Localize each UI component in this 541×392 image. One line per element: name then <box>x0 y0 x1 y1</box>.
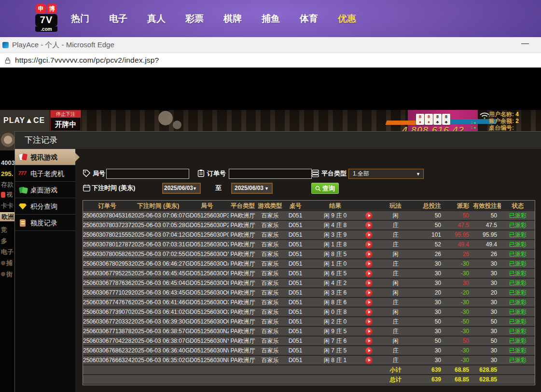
table-cell: 49.4 <box>445 241 473 248</box>
sidebar-item-视讯游戏[interactable]: 视讯游戏 <box>15 149 75 165</box>
table-cell: -50 <box>445 318 473 325</box>
table-cell <box>363 280 375 287</box>
table-cell: 已派彩 <box>501 356 535 365</box>
nav-item-体育[interactable]: 体育 <box>300 13 318 25</box>
browser-urlbar[interactable]: https://gci.7vvvvvv.com/pc/pcv2/index.js… <box>0 53 541 69</box>
table-cell: 30 <box>416 347 445 354</box>
table-cell: 50 <box>473 212 501 219</box>
nav-item-真人[interactable]: 真人 <box>147 13 166 25</box>
logo-badge-shen: 申 <box>36 4 46 14</box>
total-row: 总计63968.85628.85 <box>83 375 535 385</box>
browser-titlebar: PlayAce - 个人 - Microsoft Edge — <box>0 37 541 53</box>
table-cell: 已派彩 <box>501 318 535 326</box>
modal-sidebar: 视讯游戏777电子老虎机桌面游戏积分查询额度记录 <box>15 149 75 392</box>
play-video-button[interactable] <box>365 241 373 248</box>
nav-item-热门[interactable]: 热门 <box>71 13 89 25</box>
sidebar-item-label: 额度记录 <box>30 215 57 231</box>
play-video-button[interactable] <box>365 338 373 345</box>
playing-card: 8♣ <box>433 114 442 125</box>
play-video-button[interactable] <box>365 328 373 335</box>
table-cell: 50 <box>416 212 445 219</box>
table-cell: 30 <box>473 328 501 335</box>
search-button[interactable]: 查询 <box>311 183 339 194</box>
play-video-button[interactable] <box>365 309 373 316</box>
table-cell: 百家乐 <box>257 308 283 316</box>
table-cell: 30 <box>473 299 501 306</box>
table-cell: 26 <box>445 251 473 257</box>
table-cell: 闲 <box>375 212 416 220</box>
round-input[interactable] <box>106 169 189 179</box>
play-video-button[interactable] <box>365 251 373 258</box>
playing-card: 8♦ <box>416 114 424 125</box>
table-cell: 2025-06-03 06:41:46 <box>131 299 185 306</box>
lobby-strip-item: 存款 <box>1 180 14 189</box>
table-cell: 250603078045316 <box>83 212 131 219</box>
play-video-button[interactable] <box>365 212 373 219</box>
bet-record-row: 2506030780453162025-06-03 07:06:07GD0512… <box>83 211 535 221</box>
chevron-down-icon: ▼ <box>264 184 269 193</box>
date-from-picker[interactable]: 2025/06/03 ▼ <box>162 183 201 194</box>
nav-item-电子[interactable]: 电子 <box>109 13 127 25</box>
table-cell: 总计 <box>375 376 416 384</box>
site-logo[interactable]: 申 博 7V .com <box>35 4 57 33</box>
sidebar-item-积分查询[interactable]: 积分查询 <box>15 198 75 215</box>
table-cell: 47.5 <box>473 222 501 229</box>
sidebar-item-电子老虎机[interactable]: 777电子老虎机 <box>15 165 75 182</box>
table-cell: 闲 7 庄 5 <box>307 347 363 355</box>
sidebar-item-额度记录[interactable]: 额度记录 <box>15 215 75 231</box>
play-video-button[interactable] <box>365 280 373 287</box>
order-input[interactable] <box>229 169 312 179</box>
table-cell: 2025-06-03 06:45:45 <box>131 270 185 277</box>
table-cell: 30 <box>416 357 445 364</box>
nav-item-捕鱼[interactable]: 捕鱼 <box>262 13 280 25</box>
round-filter-label: 局号 <box>93 168 105 179</box>
table-cell: 68.85 <box>445 366 473 373</box>
table-cell <box>363 347 375 354</box>
play-video-button[interactable] <box>365 289 373 297</box>
sidebar-item-label: 电子老虎机 <box>30 165 64 182</box>
play-video-button[interactable] <box>365 357 373 364</box>
table-cell: GD051256030O6 <box>185 289 229 296</box>
banner-cards: 8♦8♦8♣8♣ <box>416 114 450 125</box>
table-cell: 庄 <box>375 221 416 230</box>
nav-item-棋牌[interactable]: 棋牌 <box>223 13 242 25</box>
table-cell: GD051256030OZ <box>185 241 229 248</box>
bet-record-row: 2506030677203322025-06-03 06:39:30GD0512… <box>83 317 535 327</box>
sidebar-item-桌面游戏[interactable]: 桌面游戏 <box>15 182 75 198</box>
table-cell: PA欧洲厅 <box>229 308 257 316</box>
calendar-icon <box>83 184 91 192</box>
table-cell: 闲 4 庄 2 <box>307 279 363 287</box>
table-cell: 30 <box>416 299 445 306</box>
table-cell: 百家乐 <box>257 270 283 278</box>
play-video-button[interactable] <box>365 318 373 325</box>
table-cell: PA欧洲厅 <box>229 260 257 268</box>
play-video-button[interactable] <box>365 222 373 229</box>
bet-record-row: 2506030780215552025-06-03 07:04:12GD0512… <box>83 230 535 240</box>
table-cell: GD051256030NZ <box>185 328 229 335</box>
url-text[interactable]: https://gci.7vvvvvv.com/pc/pcv2/index.js… <box>15 56 159 65</box>
nav-item-优惠[interactable]: 优惠 <box>338 13 356 25</box>
nav-item-彩票[interactable]: 彩票 <box>185 13 204 25</box>
green-icon <box>18 186 28 194</box>
play-video-button[interactable] <box>365 299 373 306</box>
game-icon <box>1 272 5 276</box>
user-info: 用户名称: 4账户余额: 2桌台编号: <box>489 111 519 131</box>
table-cell: PA欧洲厅 <box>229 250 257 258</box>
minimize-button[interactable]: — <box>521 39 529 48</box>
play-video-button[interactable] <box>365 260 373 268</box>
date-to-picker[interactable]: 2025/06/03 ▼ <box>231 183 273 194</box>
table-cell: 庄 <box>375 327 416 336</box>
table-cell: PA欧洲厅 <box>229 289 257 297</box>
bet-record-row: 2506030677710292025-06-03 06:43:45GD0512… <box>83 288 535 298</box>
table-cell: 30 <box>473 357 501 364</box>
table-cell: 已派彩 <box>501 212 535 220</box>
logo-badge-bo: 博 <box>47 4 57 14</box>
table-cell: 已派彩 <box>501 347 535 355</box>
play-video-button[interactable] <box>365 270 373 277</box>
table-cell: 49.4 <box>473 241 501 248</box>
play-video-button[interactable] <box>365 231 373 239</box>
platform-select[interactable]: 1.全部 ▼ <box>348 169 424 179</box>
table-cell: D051 <box>283 289 307 296</box>
sidebar-item-label: 积分查询 <box>30 198 57 215</box>
play-video-button[interactable] <box>365 347 373 354</box>
